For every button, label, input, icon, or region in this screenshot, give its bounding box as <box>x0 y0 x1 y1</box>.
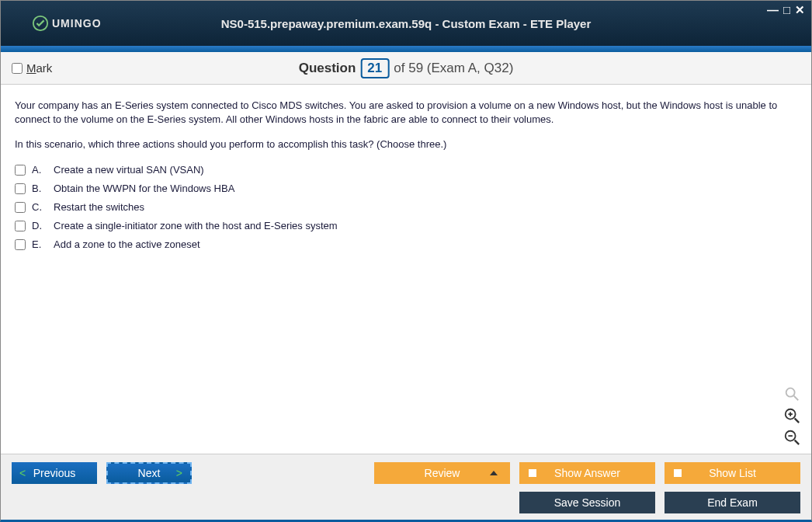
answer-option-d[interactable]: D. Create a single-initiator zone with t… <box>15 219 797 233</box>
answer-checkbox-a[interactable] <box>15 165 26 176</box>
question-paragraph-1: Your company has an E-Series system conn… <box>15 99 797 127</box>
answer-letter: A. <box>32 163 47 177</box>
current-question-number: 21 <box>360 58 389 78</box>
save-session-button[interactable]: Save Session <box>519 492 655 513</box>
zoom-in-icon[interactable] <box>783 407 800 424</box>
previous-label: Previous <box>33 467 75 479</box>
next-button[interactable]: Next > <box>106 462 192 484</box>
answer-letter: B. <box>32 182 47 196</box>
show-answer-label: Show Answer <box>554 467 620 479</box>
end-exam-button[interactable]: End Exam <box>665 492 800 513</box>
answer-letter: E. <box>32 238 47 252</box>
answer-text: Add a zone to the active zoneset <box>54 238 200 252</box>
end-exam-label: End Exam <box>707 496 758 509</box>
answer-letter: D. <box>32 219 47 233</box>
next-label: Next <box>138 467 161 479</box>
mark-label: Mark <box>26 61 52 75</box>
zoom-tools <box>783 385 800 446</box>
question-content: Your company has an E-Series system conn… <box>1 85 811 454</box>
checkbox-icon <box>674 469 682 477</box>
answer-text: Restart the switches <box>54 200 144 214</box>
logo-text: UMINGO <box>52 17 102 30</box>
answer-option-b[interactable]: B. Obtain the WWPN for the Windows HBA <box>15 182 797 196</box>
footer-row-1: < Previous Next > Review Show Answer Sho… <box>12 462 800 484</box>
answer-checkbox-d[interactable] <box>15 221 26 231</box>
close-icon[interactable]: ✕ <box>795 4 805 16</box>
answer-option-e[interactable]: E. Add a zone to the active zoneset <box>15 238 797 252</box>
minimize-icon[interactable]: — <box>767 4 779 16</box>
answer-text: Obtain the WWPN for the Windows HBA <box>54 182 234 196</box>
checkbox-icon <box>529 469 536 477</box>
answer-option-c[interactable]: C. Restart the switches <box>15 200 797 214</box>
checkmark-icon <box>32 15 49 32</box>
answer-option-a[interactable]: A. Create a new virtual SAN (VSAN) <box>15 163 797 177</box>
mark-checkbox-wrap[interactable]: Mark <box>12 61 52 75</box>
previous-button[interactable]: < Previous <box>12 462 97 484</box>
accent-strip <box>1 46 811 52</box>
zoom-out-icon[interactable] <box>783 429 800 446</box>
question-paragraph-2: In this scenario, which three actions sh… <box>15 137 797 151</box>
answer-letter: C. <box>32 200 47 214</box>
answer-checkbox-c[interactable] <box>15 202 26 213</box>
window-title: NS0-515.prepaway.premium.exam.59q - Cust… <box>221 17 592 30</box>
question-header: Mark Question 21 of 59 (Exam A, Q32) <box>1 52 811 85</box>
chevron-left-icon: < <box>19 467 26 479</box>
show-list-button[interactable]: Show List <box>665 462 800 484</box>
footer-row-2: Save Session End Exam <box>12 492 800 513</box>
svg-line-8 <box>795 440 799 445</box>
footer: < Previous Next > Review Show Answer Sho… <box>1 454 811 520</box>
answer-checkbox-b[interactable] <box>15 183 26 194</box>
show-answer-button[interactable]: Show Answer <box>519 462 655 484</box>
question-total: of 59 (Exam A, Q32) <box>394 61 513 76</box>
save-session-label: Save Session <box>554 496 621 509</box>
answer-checkbox-e[interactable] <box>15 239 26 250</box>
triangle-up-icon <box>490 471 498 475</box>
search-icon[interactable] <box>783 385 800 402</box>
show-list-label: Show List <box>709 467 756 479</box>
question-counter: Question 21 of 59 (Exam A, Q32) <box>299 58 514 78</box>
svg-line-4 <box>795 419 799 423</box>
mark-checkbox[interactable] <box>12 63 23 74</box>
chevron-right-icon: > <box>176 467 182 479</box>
answer-text: Create a new virtual SAN (VSAN) <box>54 163 204 177</box>
titlebar: UMINGO NS0-515.prepaway.premium.exam.59q… <box>1 1 811 46</box>
review-button[interactable]: Review <box>374 462 510 484</box>
app-logo: UMINGO <box>32 15 102 32</box>
answers-list: A. Create a new virtual SAN (VSAN) B. Ob… <box>15 163 797 252</box>
svg-point-1 <box>786 388 795 397</box>
maximize-icon[interactable]: □ <box>783 4 790 16</box>
review-label: Review <box>425 467 460 479</box>
question-word: Question <box>299 61 356 76</box>
window-controls: — □ ✕ <box>767 4 805 16</box>
svg-line-2 <box>794 396 799 401</box>
answer-text: Create a single-initiator zone with the … <box>54 219 338 233</box>
